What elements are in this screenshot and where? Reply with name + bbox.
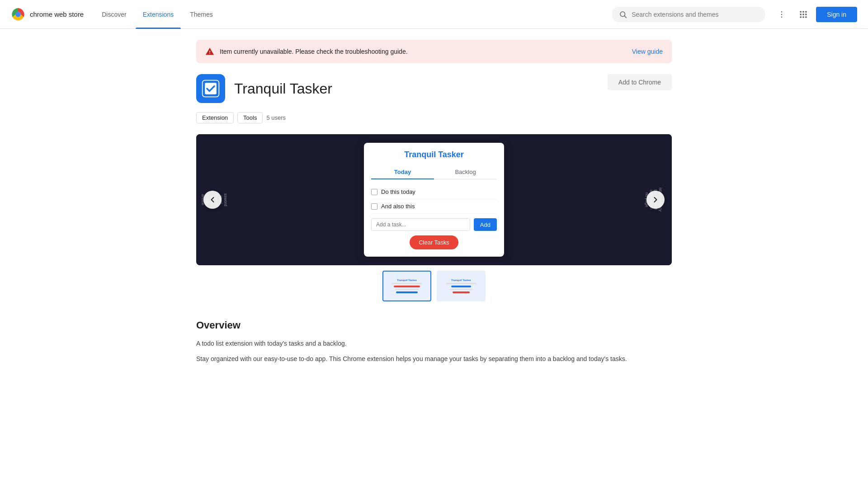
main-nav: Discover Extensions Themes xyxy=(94,0,220,29)
warning-icon xyxy=(205,47,214,56)
popup-tab-backlog[interactable]: Backlog xyxy=(434,165,497,179)
chevron-right-icon xyxy=(651,195,660,204)
overview-text-1: A todo list extension with today's tasks… xyxy=(196,338,672,348)
add-to-chrome-button[interactable]: Add to Chrome xyxy=(608,74,672,90)
logo-link[interactable]: chrome web store xyxy=(11,7,84,22)
task-item-1: Do this today xyxy=(371,185,497,199)
task-label-2: And also this xyxy=(381,203,415,210)
search-input[interactable] xyxy=(632,11,758,18)
header: chrome web store Discover Extensions The… xyxy=(0,0,868,29)
popup-tabs: Today Backlog xyxy=(371,165,497,179)
svg-rect-8 xyxy=(800,11,802,12)
svg-line-4 xyxy=(625,16,627,18)
alert-message: Item currently unavailable. Please check… xyxy=(220,48,408,55)
chevron-left-icon xyxy=(208,195,217,204)
extension-title-row: Tranquil Tasker xyxy=(196,74,332,103)
alert-left: Item currently unavailable. Please check… xyxy=(205,47,408,56)
svg-rect-11 xyxy=(800,14,802,15)
more-options-button[interactable] xyxy=(773,5,791,23)
more-vert-icon xyxy=(777,10,786,19)
carousel-main: sswordxperisign instorecdjipiervice Tran… xyxy=(196,134,672,265)
nav-discover[interactable]: Discover xyxy=(94,0,133,29)
sign-in-button[interactable]: Sign in xyxy=(816,7,857,22)
svg-rect-16 xyxy=(805,16,807,18)
extension-icon xyxy=(196,74,225,103)
svg-point-6 xyxy=(781,14,783,15)
svg-point-5 xyxy=(781,11,783,12)
add-task-button[interactable]: Add xyxy=(474,218,497,231)
svg-point-2 xyxy=(16,13,20,16)
carousel-next-button[interactable] xyxy=(646,191,665,209)
alert-banner: Item currently unavailable. Please check… xyxy=(196,40,672,63)
extension-header: Tranquil Tasker Add to Chrome xyxy=(196,74,672,103)
add-task-row: Add xyxy=(371,218,497,231)
tag-tools[interactable]: Tools xyxy=(237,112,263,123)
add-task-input[interactable] xyxy=(371,218,470,231)
overview-text-2: Stay organized with our easy-to-use to-d… xyxy=(196,354,672,364)
clear-tasks-button[interactable]: Clear Tasks xyxy=(410,235,458,249)
task-checkbox-1[interactable] xyxy=(371,189,377,195)
svg-rect-12 xyxy=(803,14,804,15)
svg-point-7 xyxy=(781,16,783,18)
task-item-2: And also this xyxy=(371,199,497,214)
extension-tags: Extension Tools 5 users xyxy=(196,112,672,123)
extension-name: Tranquil Tasker xyxy=(234,80,332,97)
thumbnail-1-inner: Tranquil Tasker xyxy=(383,272,430,300)
svg-rect-15 xyxy=(803,16,804,18)
thumbnail-2[interactable]: Tranquil Tasker xyxy=(437,271,486,301)
carousel-prev-button[interactable] xyxy=(203,191,222,209)
task-checkbox-2[interactable] xyxy=(371,203,377,210)
search-box xyxy=(612,7,765,22)
svg-rect-9 xyxy=(803,11,804,12)
thumbnail-strip: Tranquil Tasker Tranquil Tasker xyxy=(196,271,672,301)
google-apps-button[interactable] xyxy=(794,5,812,23)
header-actions: Sign in xyxy=(773,5,857,23)
nav-themes[interactable]: Themes xyxy=(183,0,220,29)
popup-preview: Tranquil Tasker Today Backlog Do this to… xyxy=(364,143,504,257)
popup-title: Tranquil Tasker xyxy=(371,150,497,160)
nav-extensions[interactable]: Extensions xyxy=(136,0,181,29)
chrome-logo-icon xyxy=(11,7,25,22)
svg-rect-14 xyxy=(800,16,802,18)
overview-section: Overview A todo list extension with toda… xyxy=(196,319,672,364)
search-icon xyxy=(619,10,627,19)
tasker-icon-svg xyxy=(201,79,221,99)
thumbnail-1[interactable]: Tranquil Tasker xyxy=(382,271,431,301)
main-content: Item currently unavailable. Please check… xyxy=(185,40,683,364)
thumbnail-2-inner: Tranquil Tasker xyxy=(438,272,485,300)
overview-title: Overview xyxy=(196,319,672,331)
view-guide-link[interactable]: View guide xyxy=(632,48,663,55)
carousel: sswordxperisign instorecdjipiervice Tran… xyxy=(196,134,672,301)
popup-tab-today[interactable]: Today xyxy=(371,165,434,179)
tag-extension[interactable]: Extension xyxy=(196,112,234,123)
users-count: 5 users xyxy=(266,114,286,121)
task-label-1: Do this today xyxy=(381,188,415,195)
grid-icon xyxy=(799,10,808,19)
site-name: chrome web store xyxy=(30,10,84,18)
svg-rect-13 xyxy=(805,14,807,15)
svg-rect-10 xyxy=(805,11,807,12)
